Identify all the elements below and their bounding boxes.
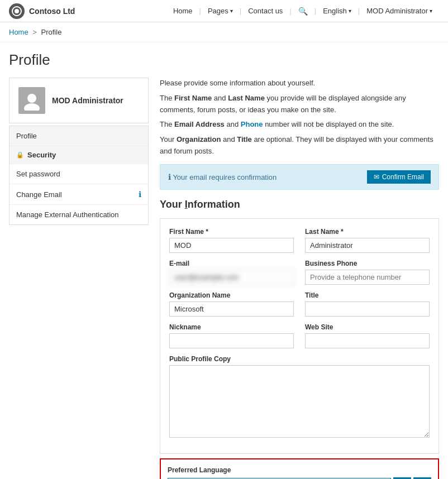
language-dropdown-arrow: ▾ <box>349 8 351 14</box>
breadcrumb: Home > Profile <box>0 22 448 42</box>
intro-line-1: Please provide some information about yo… <box>160 78 439 89</box>
intro-line-3: The Email Address and Phone number will … <box>160 119 439 131</box>
website-label: Web Site <box>305 323 430 331</box>
preferred-language-section: Preferred Language ✕ 🔍 <box>160 458 439 479</box>
business-phone-input[interactable] <box>305 270 430 285</box>
last-name-input[interactable] <box>305 238 430 253</box>
title-input[interactable] <box>305 301 430 317</box>
pages-dropdown-arrow: ▾ <box>230 8 233 14</box>
form-group-first-name: First Name * <box>169 228 294 253</box>
sidebar-item-set-password[interactable]: Set password <box>9 164 148 184</box>
user-name: MOD Administrator <box>52 96 123 105</box>
intro-line-4: Your Organization and Title are optional… <box>160 134 439 157</box>
intro-line-2: The First Name and Last Name you provide… <box>160 93 439 116</box>
sidebar-item-profile[interactable]: Profile <box>9 126 148 146</box>
intro-text-block: Please provide some information about yo… <box>160 78 439 157</box>
business-phone-label: Business Phone <box>305 260 430 267</box>
nav-pages[interactable]: Pages ▾ <box>201 7 240 15</box>
top-navigation: Contoso Ltd Home | Pages ▾ | Contact us … <box>0 0 448 22</box>
banner-text: ℹ Your email requires confirmation <box>168 173 277 181</box>
page-container: Profile MOD Administrator Profile 🔒 <box>0 42 448 479</box>
sidebar-item-change-email[interactable]: Change Email ℹ <box>9 184 148 205</box>
lock-icon: 🔒 <box>16 151 24 159</box>
nav-user[interactable]: MOD Administrator ▾ <box>360 7 439 15</box>
first-name-input[interactable] <box>169 238 294 253</box>
nav-links: Home | Pages ▾ | Contact us | 🔍 | Englis… <box>166 7 439 16</box>
set-password-label: Set password <box>16 170 60 178</box>
avatar <box>18 87 45 114</box>
form-row-profile-copy: Public Profile Copy <box>169 355 430 438</box>
form-section: First Name * Last Name * E-mail <box>160 218 439 454</box>
svg-point-3 <box>24 103 40 111</box>
your-information-title: Your Information <box>160 199 439 210</box>
profile-copy-textarea[interactable] <box>169 365 430 438</box>
email-label: E-mail <box>169 260 294 267</box>
nav-contact[interactable]: Contact us <box>241 7 289 15</box>
sidebar-menu: Profile 🔒 Security Set password Change E… <box>9 126 149 225</box>
sidebar: MOD Administrator Profile 🔒 Security Set… <box>9 78 149 479</box>
org-name-input[interactable] <box>169 301 294 317</box>
nickname-input[interactable] <box>169 333 294 348</box>
search-icon[interactable]: 🔍 <box>292 7 314 16</box>
banner-info-icon: ℹ <box>168 173 171 181</box>
form-row-name: First Name * Last Name * <box>169 228 430 253</box>
email-icon: ✉ <box>374 173 379 181</box>
nickname-label: Nickname <box>169 323 294 331</box>
confirm-email-button[interactable]: ✉ Confirm Email <box>367 170 431 184</box>
form-group-org-name: Organization Name <box>169 291 294 317</box>
brand-logo[interactable]: Contoso Ltd <box>9 3 75 19</box>
breadcrumb-current: Profile <box>41 28 62 36</box>
nav-home[interactable]: Home <box>166 7 199 15</box>
main-content: Please provide some information about yo… <box>160 78 439 479</box>
nav-language[interactable]: English ▾ <box>316 7 358 15</box>
form-group-profile-copy: Public Profile Copy <box>169 355 430 438</box>
email-input[interactable] <box>169 270 294 285</box>
form-group-nickname: Nickname <box>169 323 294 348</box>
first-name-label: First Name * <box>169 228 294 236</box>
form-row-email-phone: E-mail Business Phone <box>169 260 430 285</box>
manage-external-auth-label: Manage External Authentication <box>16 210 119 219</box>
preferred-lang-label: Preferred Language <box>168 466 431 474</box>
title-label: Title <box>305 291 430 299</box>
website-input[interactable] <box>305 333 430 348</box>
form-row-nickname-website: Nickname Web Site <box>169 323 430 348</box>
org-name-label: Organization Name <box>169 291 294 299</box>
breadcrumb-sep: > <box>32 28 37 36</box>
logo-circle <box>9 3 25 19</box>
content-row: MOD Administrator Profile 🔒 Security Set… <box>9 78 439 479</box>
svg-point-2 <box>27 94 36 103</box>
svg-point-1 <box>15 9 19 13</box>
user-dropdown-arrow: ▾ <box>430 8 432 14</box>
form-row-org-title: Organization Name Title <box>169 291 430 317</box>
last-name-label: Last Name * <box>305 228 430 236</box>
page-title: Profile <box>9 51 439 69</box>
form-group-website: Web Site <box>305 323 430 348</box>
email-confirmation-banner: ℹ Your email requires confirmation ✉ Con… <box>160 164 439 190</box>
sidebar-security-label: Security <box>27 151 56 159</box>
form-group-last-name: Last Name * <box>305 228 430 253</box>
form-group-title: Title <box>305 291 430 317</box>
user-card: MOD Administrator <box>9 78 149 123</box>
sidebar-profile-label: Profile <box>16 132 37 140</box>
sidebar-security-section: 🔒 Security <box>9 146 148 164</box>
change-email-label: Change Email <box>16 190 62 199</box>
breadcrumb-home[interactable]: Home <box>9 28 28 36</box>
sidebar-item-manage-external-auth[interactable]: Manage External Authentication <box>9 205 148 224</box>
change-email-info-icon: ℹ <box>139 190 141 199</box>
profile-copy-label: Public Profile Copy <box>169 355 430 363</box>
form-group-email: E-mail <box>169 260 294 285</box>
form-group-business-phone: Business Phone <box>305 260 430 285</box>
brand-name: Contoso Ltd <box>29 7 75 16</box>
